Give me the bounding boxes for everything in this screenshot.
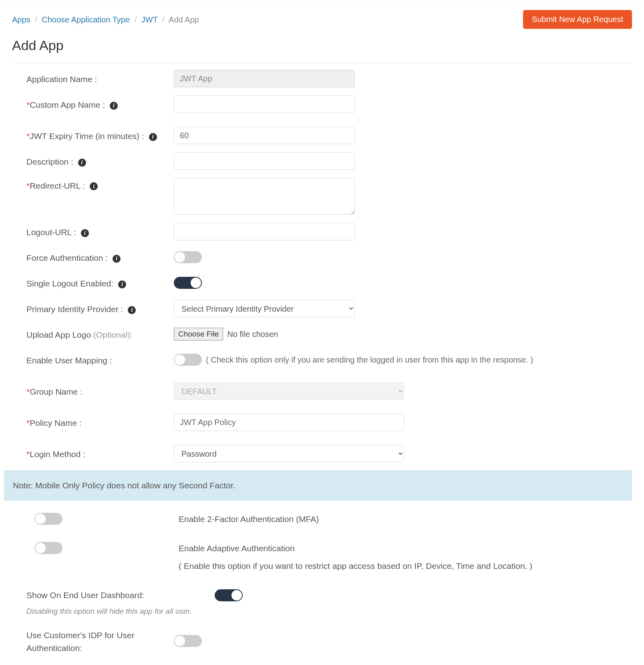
label-use-customer-idp: Use Customer's IDP for User Authenticati… — [26, 627, 174, 654]
use-customer-idp-toggle[interactable] — [174, 635, 202, 647]
label-jwt-expiry: JWT Expiry Time (in minutes) : — [30, 131, 144, 141]
jwt-expiry-input[interactable] — [174, 127, 355, 144]
logout-url-input[interactable] — [174, 223, 355, 240]
info-icon[interactable]: i — [110, 102, 118, 110]
adaptive-hint: ( Enable this option if you want to rest… — [179, 560, 532, 572]
breadcrumb-current: Add App — [169, 15, 199, 24]
info-icon[interactable]: i — [90, 182, 98, 190]
single-logout-toggle[interactable] — [174, 277, 202, 289]
label-upload-logo-optional: (Optional): — [93, 330, 133, 339]
login-method-select[interactable]: Password — [174, 445, 404, 462]
choose-file-button[interactable]: Choose File — [174, 328, 223, 341]
submit-new-app-request-button[interactable]: Submit New App Request — [523, 10, 632, 29]
redirect-url-input[interactable] — [174, 178, 355, 215]
file-status: No file chosen — [227, 328, 278, 340]
label-logout-url: Logout-URL : — [26, 228, 76, 237]
label-show-dashboard: Show On End User Dashboard: — [26, 589, 215, 602]
label-custom-app-name: Custom App Name : — [30, 100, 105, 109]
mfa-toggle[interactable] — [34, 513, 62, 525]
label-adaptive: Enable Adaptive Authentication — [179, 542, 532, 555]
breadcrumb: Apps / Choose Application Type / JWT / A… — [12, 14, 199, 26]
breadcrumb-jwt[interactable]: JWT — [141, 15, 158, 24]
info-icon[interactable]: i — [81, 229, 89, 237]
label-description: Description : — [26, 157, 73, 166]
description-input[interactable] — [174, 152, 355, 170]
label-application-name: Application Name : — [26, 71, 174, 86]
label-login-method: Login Method : — [30, 449, 85, 459]
label-redirect-url: Redirect-URL : — [30, 181, 85, 190]
enable-user-mapping-hint: ( Check this option only if you are send… — [206, 354, 533, 366]
label-group-name: Group Name : — [30, 387, 83, 396]
info-icon[interactable]: i — [78, 159, 86, 167]
force-auth-toggle[interactable] — [174, 251, 202, 263]
adaptive-auth-toggle[interactable] — [34, 542, 62, 554]
policy-name-input[interactable] — [174, 413, 404, 431]
primary-idp-select[interactable]: Select Primary Identity Provider — [174, 300, 355, 317]
breadcrumb-apps[interactable]: Apps — [12, 15, 30, 24]
label-upload-logo: Upload App Logo — [26, 330, 93, 339]
note-box: Note: Mobile Only Policy does not allow … — [4, 470, 632, 501]
label-mfa: Enable 2-Factor Authentication (MFA) — [179, 513, 319, 526]
info-icon[interactable]: i — [113, 255, 121, 263]
label-force-auth: Force Authentication : — [26, 253, 108, 262]
label-enable-user-mapping: Enable User Mapping : — [26, 356, 112, 365]
label-single-logout: Single Logout Enabled: — [26, 279, 113, 288]
info-icon[interactable]: i — [149, 133, 157, 141]
info-icon[interactable]: i — [128, 306, 136, 314]
label-primary-idp: Primary Identity Provider : — [26, 304, 123, 314]
custom-app-name-input[interactable] — [174, 95, 355, 113]
breadcrumb-choose-type[interactable]: Choose Application Type — [42, 15, 130, 24]
info-icon[interactable]: i — [118, 280, 126, 288]
label-policy-name: Policy Name : — [30, 418, 82, 427]
page-title: Add App — [12, 35, 632, 56]
application-name-input — [174, 70, 355, 87]
enable-user-mapping-toggle[interactable] — [174, 354, 202, 366]
group-name-select[interactable]: DEFAULT — [174, 382, 404, 400]
show-dashboard-hint: Disabling this option will hide this app… — [26, 606, 632, 617]
show-dashboard-toggle[interactable] — [215, 589, 243, 601]
